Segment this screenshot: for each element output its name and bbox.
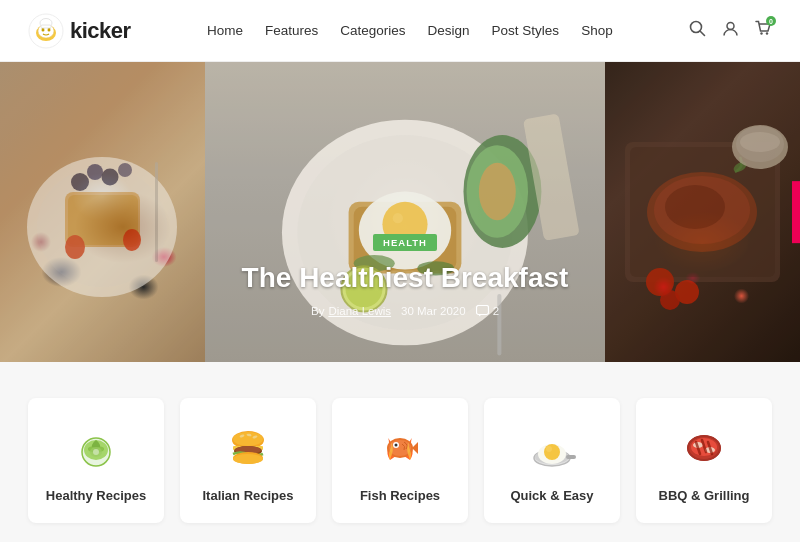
hero-panel-right bbox=[605, 62, 800, 362]
svg-point-10 bbox=[760, 32, 762, 34]
hero-author-name: Diana Lewis bbox=[328, 305, 391, 317]
svg-point-48 bbox=[660, 290, 680, 310]
category-label-bbq: BBQ & Grilling bbox=[659, 488, 750, 503]
svg-rect-72 bbox=[566, 455, 576, 459]
nav-design[interactable]: Design bbox=[428, 23, 470, 38]
category-label-quick: Quick & Easy bbox=[510, 488, 593, 503]
hero-date: 30 Mar 2020 bbox=[401, 305, 466, 317]
svg-point-55 bbox=[93, 449, 99, 455]
svg-rect-6 bbox=[41, 25, 51, 28]
svg-point-21 bbox=[123, 229, 141, 251]
category-card-quick[interactable]: Quick & Easy bbox=[484, 398, 620, 523]
demos-tab[interactable]: 60+ Demos bbox=[792, 181, 800, 243]
svg-point-65 bbox=[233, 454, 263, 464]
svg-point-34 bbox=[479, 163, 516, 220]
category-card-bbq[interactable]: BBQ & Grilling bbox=[636, 398, 772, 523]
svg-point-9 bbox=[727, 23, 734, 30]
cart-icon[interactable]: 0 bbox=[755, 20, 772, 41]
category-label-fish: Fish Recipes bbox=[360, 488, 440, 503]
hero-panel-left bbox=[0, 62, 205, 362]
main-nav: Home Features Categories Design Post Sty… bbox=[207, 23, 613, 38]
svg-point-3 bbox=[42, 28, 45, 31]
nav-shop[interactable]: Shop bbox=[581, 23, 613, 38]
svg-point-29 bbox=[393, 213, 403, 223]
svg-rect-22 bbox=[155, 162, 158, 262]
hero-title: The Healthiest Breakfast bbox=[205, 261, 605, 295]
svg-point-17 bbox=[87, 164, 103, 180]
hero-author-label: By bbox=[311, 305, 324, 317]
categories-grid: Healthy Recipes bbox=[28, 398, 772, 523]
category-card-fish[interactable]: Fish Recipes bbox=[332, 398, 468, 523]
svg-point-4 bbox=[48, 28, 51, 31]
logo-icon bbox=[28, 13, 64, 49]
hero-category-badge: HEALTH bbox=[373, 234, 437, 251]
category-card-italian[interactable]: Italian Recipes bbox=[180, 398, 316, 523]
svg-point-20 bbox=[65, 235, 85, 259]
cart-count: 0 bbox=[766, 16, 776, 26]
svg-point-11 bbox=[766, 32, 768, 34]
user-icon[interactable] bbox=[722, 20, 739, 41]
bbq-icon bbox=[678, 422, 730, 474]
category-label-italian: Italian Recipes bbox=[202, 488, 293, 503]
hero-panel-center[interactable]: HEALTH The Healthiest Breakfast By Diana… bbox=[205, 62, 605, 362]
svg-line-8 bbox=[700, 31, 705, 36]
nav-features[interactable]: Features bbox=[265, 23, 318, 38]
nav-post-styles[interactable]: Post Styles bbox=[492, 23, 560, 38]
lettuce-icon bbox=[70, 422, 122, 474]
nav-home[interactable]: Home bbox=[207, 23, 243, 38]
categories-section: Healthy Recipes bbox=[0, 362, 800, 542]
svg-point-75 bbox=[546, 446, 552, 452]
burger-icon bbox=[222, 422, 274, 474]
svg-rect-39 bbox=[476, 306, 488, 315]
svg-point-18 bbox=[102, 169, 119, 186]
category-label-healthy: Healthy Recipes bbox=[46, 488, 146, 503]
demos-tab-wrapper[interactable]: 60+ Demos bbox=[792, 181, 800, 243]
svg-point-44 bbox=[665, 185, 725, 229]
fish-icon bbox=[374, 422, 426, 474]
hero-comments: 2 bbox=[476, 305, 499, 317]
logo-text: kicker bbox=[70, 18, 131, 44]
hero-author: By Diana Lewis bbox=[311, 305, 391, 317]
svg-point-51 bbox=[740, 132, 780, 152]
logo[interactable]: kicker bbox=[28, 13, 131, 49]
header: kicker Home Features Categories Design P… bbox=[0, 0, 800, 62]
svg-point-74 bbox=[544, 444, 560, 460]
svg-point-16 bbox=[71, 173, 89, 191]
egg-icon bbox=[526, 422, 578, 474]
nav-categories[interactable]: Categories bbox=[340, 23, 405, 38]
header-icons: 0 bbox=[689, 20, 772, 41]
hero-content: HEALTH The Healthiest Breakfast By Diana… bbox=[205, 232, 605, 317]
category-card-healthy[interactable]: Healthy Recipes bbox=[28, 398, 164, 523]
hero-meta: By Diana Lewis 30 Mar 2020 2 bbox=[205, 305, 605, 317]
search-icon[interactable] bbox=[689, 20, 706, 41]
svg-point-69 bbox=[395, 444, 398, 447]
svg-point-19 bbox=[118, 163, 132, 177]
hero-section: HEALTH The Healthiest Breakfast By Diana… bbox=[0, 62, 800, 362]
